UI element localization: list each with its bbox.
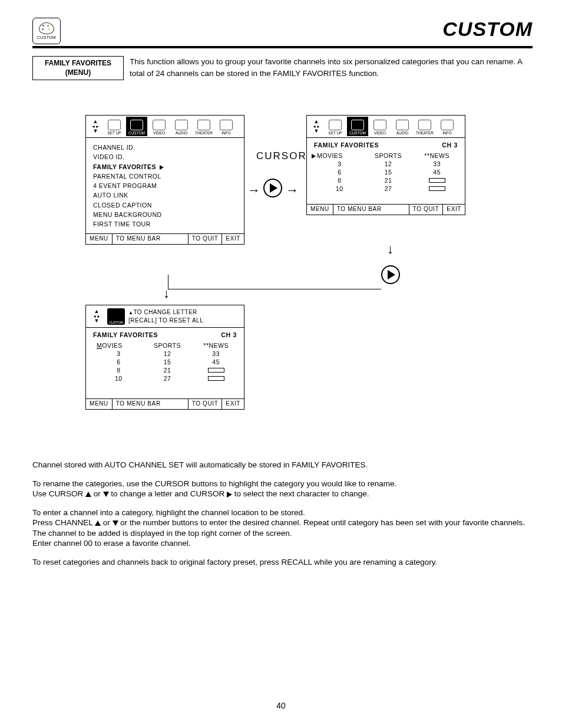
custom-icon-label: CUSTOM xyxy=(37,35,56,39)
cursor-nav-icon: ▲◄►▼ xyxy=(90,309,104,324)
section-label-line1: FAMILY FAVORITES xyxy=(37,59,120,68)
menu-item[interactable]: 4 EVENT PROGRAM xyxy=(93,181,237,190)
channel-slot[interactable]: 10 xyxy=(97,375,141,382)
tab-theater[interactable]: THEATER xyxy=(414,117,435,136)
mini-instructions: ▲TO CHANGE LETTER [RECALL] TO RESET ALL xyxy=(128,308,203,324)
category-header-editing[interactable]: MOVIES xyxy=(97,342,141,349)
footer-exit: EXIT xyxy=(222,234,244,244)
footer-to-quit: TO QUIT xyxy=(409,205,444,215)
menu-item[interactable]: PARENTAL CONTROL xyxy=(93,172,237,181)
menu-item[interactable]: AUTO LINK xyxy=(93,190,237,200)
menu-item[interactable]: CHANNEL ID. xyxy=(93,143,237,152)
menubar-1: ▲◄►▼ SET UP CUSTOM VIDEO AUDIO THEATER I… xyxy=(86,116,244,138)
footer-to-quit: TO QUIT xyxy=(189,399,223,409)
paragraph: To reset categories and channels back to… xyxy=(32,557,533,568)
tab-audio[interactable]: AUDIO xyxy=(171,117,192,136)
channel-slot[interactable]: 3 xyxy=(97,350,141,357)
page-number: 40 xyxy=(0,701,562,710)
tab-audio[interactable]: AUDIO xyxy=(392,117,413,136)
category-header[interactable]: **NEWS xyxy=(194,342,238,349)
channel-slot[interactable]: 15 xyxy=(146,358,190,365)
channel-slot[interactable]: 45 xyxy=(194,358,238,365)
channel-slot[interactable]: 45 xyxy=(415,169,459,176)
panel-footer: MENU TO MENU BAR TO QUIT EXIT xyxy=(86,233,244,244)
intro-text: This function allows you to group your f… xyxy=(124,56,533,79)
custom-tab-icon: CUSTOM xyxy=(107,308,125,325)
panel-edit-favorites: ▲◄►▼ CUSTOM ▲TO CHANGE LETTER [RECALL] T… xyxy=(85,305,244,410)
up-triangle-icon xyxy=(95,521,101,526)
tab-info[interactable]: INFO xyxy=(216,117,237,136)
channel-slot[interactable]: 6 xyxy=(97,358,141,365)
connector-line xyxy=(168,275,381,289)
channel-slot[interactable]: 33 xyxy=(194,350,238,357)
tab-video[interactable]: VIDEO xyxy=(148,117,170,136)
favorites-channel: CH 3 xyxy=(442,141,458,149)
arrow-down-icon xyxy=(163,286,170,301)
cursor-right-button[interactable] xyxy=(381,265,400,284)
channel-slot[interactable]: 6 xyxy=(318,169,362,176)
menu-item-selected[interactable]: FAMILY FAVORITES xyxy=(93,162,237,172)
tab-video[interactable]: VIDEO xyxy=(369,117,391,136)
favorites-grid: MOVIES SPORTS **NEWS 31233 61545 821 102… xyxy=(86,340,244,388)
footer-menu: MENU xyxy=(307,205,333,215)
channel-slot[interactable]: 21 xyxy=(366,177,411,184)
channel-slot[interactable]: 33 xyxy=(415,160,459,167)
section-label: FAMILY FAVORITES (MENU) xyxy=(32,56,124,80)
channel-slot[interactable]: 21 xyxy=(146,367,190,374)
arrow-right-icon xyxy=(247,183,260,198)
favorites-title-row: FAMILY FAVORITES CH 3 xyxy=(86,328,244,340)
tab-custom[interactable]: CUSTOM xyxy=(126,117,147,136)
section-label-line2: (MENU) xyxy=(37,68,120,78)
pointer-right-icon xyxy=(160,165,164,170)
tab-setup[interactable]: SET UP xyxy=(104,117,125,136)
footer-to-menu-bar: TO MENU BAR xyxy=(113,234,189,244)
intro-block: FAMILY FAVORITES (MENU) This function al… xyxy=(32,56,533,80)
footer-exit: EXIT xyxy=(443,205,465,215)
menubar-2: ▲◄►▼ SET UP CUSTOM VIDEO AUDIO THEATER I… xyxy=(307,116,465,138)
channel-slot[interactable] xyxy=(415,185,459,192)
diagram-area: ▲◄►▼ SET UP CUSTOM VIDEO AUDIO THEATER I… xyxy=(32,115,533,445)
menu-item[interactable]: MENU BACKGROUND xyxy=(93,210,237,219)
channel-slot[interactable]: 10 xyxy=(318,185,362,192)
channel-slot[interactable] xyxy=(194,375,238,382)
channel-slot[interactable] xyxy=(194,367,238,374)
category-header[interactable]: MOVIES xyxy=(318,152,362,159)
channel-slot[interactable]: 8 xyxy=(97,367,141,374)
cursor-right-button[interactable] xyxy=(263,179,282,197)
category-header[interactable]: SPORTS xyxy=(146,342,190,349)
channel-slot[interactable]: 3 xyxy=(318,160,362,167)
custom-header-icon: CUSTOM xyxy=(32,18,61,44)
menu-item[interactable]: CLOSED CAPTION xyxy=(93,200,237,210)
menu-list: CHANNEL ID. VIDEO ID. FAMILY FAVORITES P… xyxy=(86,138,244,233)
tab-custom[interactable]: CUSTOM xyxy=(347,117,368,136)
footer-to-menu-bar: TO MENU BAR xyxy=(333,205,409,215)
favorites-grid: MOVIES SPORTS **NEWS 31233 61545 821 102… xyxy=(307,150,465,198)
tab-theater[interactable]: THEATER xyxy=(193,117,214,136)
channel-slot[interactable]: 15 xyxy=(366,169,411,176)
footer-menu: MENU xyxy=(86,234,113,244)
right-triangle-icon xyxy=(227,492,232,498)
channel-slot[interactable]: 8 xyxy=(318,177,362,184)
channel-slot[interactable] xyxy=(415,177,459,184)
menu-item[interactable]: VIDEO ID. xyxy=(93,152,237,162)
channel-slot[interactable]: 12 xyxy=(366,160,411,167)
category-header[interactable]: SPORTS xyxy=(366,152,411,159)
down-triangle-icon xyxy=(103,492,109,497)
arrow-down-icon xyxy=(387,242,394,257)
category-header[interactable]: **NEWS xyxy=(415,152,459,159)
tab-setup[interactable]: SET UP xyxy=(325,117,346,136)
favorites-title-row: FAMILY FAVORITES CH 3 xyxy=(307,138,465,150)
favorites-channel: CH 3 xyxy=(221,331,237,338)
channel-slot[interactable]: 12 xyxy=(146,350,190,357)
paragraph: Channel stored with AUTO CHANNEL SET wil… xyxy=(32,460,533,470)
page-title: CUSTOM xyxy=(442,18,533,41)
panel-custom-menu: ▲◄►▼ SET UP CUSTOM VIDEO AUDIO THEATER I… xyxy=(85,115,244,245)
channel-slot[interactable]: 27 xyxy=(146,375,190,382)
channel-slot[interactable]: 27 xyxy=(366,185,411,192)
cursor-nav-icon: ▲◄►▼ xyxy=(309,117,323,136)
menu-item[interactable]: FIRST TIME TOUR xyxy=(93,219,237,229)
footer-menu: MENU xyxy=(86,399,113,409)
favorites-title: FAMILY FAVORITES xyxy=(93,331,158,338)
palette-icon xyxy=(39,22,54,34)
tab-info[interactable]: INFO xyxy=(437,117,458,136)
